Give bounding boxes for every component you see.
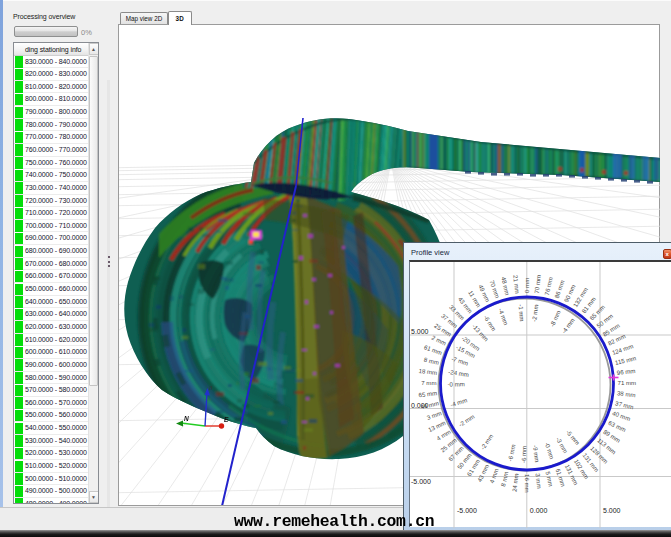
svg-text:124 mm: 124 mm [610, 342, 633, 356]
svg-text:-2 mm: -2 mm [457, 413, 475, 428]
svg-text:24 mm: 24 mm [510, 473, 519, 492]
svg-text:E: E [224, 416, 229, 423]
svg-text:3 mm: 3 mm [425, 409, 442, 421]
svg-text:21 mm: 21 mm [512, 275, 521, 294]
svg-text:96 mm: 96 mm [616, 367, 635, 376]
svg-text:-2 mm: -2 mm [478, 433, 493, 451]
svg-text:71 mm: 71 mm [617, 379, 636, 386]
svg-text:61 mm: 61 mm [554, 467, 567, 487]
svg-text:3 mm: 3 mm [534, 473, 543, 489]
svg-text:-7 mm: -7 mm [450, 355, 469, 367]
svg-text:-9 mm: -9 mm [532, 445, 541, 463]
svg-text:0.000: 0.000 [529, 507, 547, 514]
svg-text:-8 mm: -8 mm [548, 309, 561, 328]
svg-text:II: II [209, 385, 213, 391]
svg-text:65 mm: 65 mm [418, 389, 437, 398]
svg-text:38 mm: 38 mm [616, 389, 635, 398]
svg-text:5.000: 5.000 [411, 328, 429, 335]
svg-text:-4 mm: -4 mm [449, 396, 468, 407]
svg-text:4 mm: 4 mm [487, 467, 499, 484]
svg-text:-4 mm: -4 mm [497, 307, 509, 326]
svg-text:16 mm: 16 mm [524, 474, 531, 493]
svg-text:18 mm: 18 mm [418, 367, 437, 376]
svg-text:-6 mm: -6 mm [482, 314, 497, 332]
svg-text:5.000: 5.000 [603, 507, 621, 514]
svg-text:-5.000: -5.000 [411, 478, 431, 485]
svg-text:7 mm: 7 mm [421, 379, 436, 386]
svg-text:-4 mm: -4 mm [559, 317, 575, 335]
svg-text:-6 mm: -6 mm [519, 446, 527, 463]
svg-text:-24 mm: -24 mm [447, 368, 468, 378]
svg-text:5 mm: 5 mm [544, 471, 554, 487]
svg-text:2 mm: 2 mm [430, 334, 447, 347]
svg-text:-2 mm: -2 mm [530, 304, 539, 322]
svg-text:0.000: 0.000 [411, 402, 429, 409]
svg-text:N: N [184, 415, 189, 422]
svg-text:-5 mm: -5 mm [565, 428, 581, 446]
svg-text:-3 mm: -3 mm [554, 436, 568, 454]
svg-text:70 mm: 70 mm [532, 275, 541, 294]
svg-text:-13 mm: -13 mm [470, 322, 489, 342]
svg-text:8 mm: 8 mm [423, 356, 439, 366]
svg-text:-5.000: -5.000 [457, 507, 477, 514]
svg-text:0 mm: 0 mm [522, 278, 529, 293]
svg-text:-6 mm: -6 mm [506, 443, 516, 461]
svg-text:-1 mm: -1 mm [517, 304, 525, 322]
svg-text:61 mm: 61 mm [423, 343, 443, 356]
svg-text:48 mm: 48 mm [500, 276, 511, 296]
svg-text:115 mm: 115 mm [614, 354, 637, 366]
svg-text:76 mm: 76 mm [542, 276, 553, 296]
svg-text:8 mm: 8 mm [499, 471, 509, 487]
svg-text:-0 mm: -0 mm [543, 441, 555, 460]
svg-text:-0 mm: -0 mm [447, 380, 464, 387]
